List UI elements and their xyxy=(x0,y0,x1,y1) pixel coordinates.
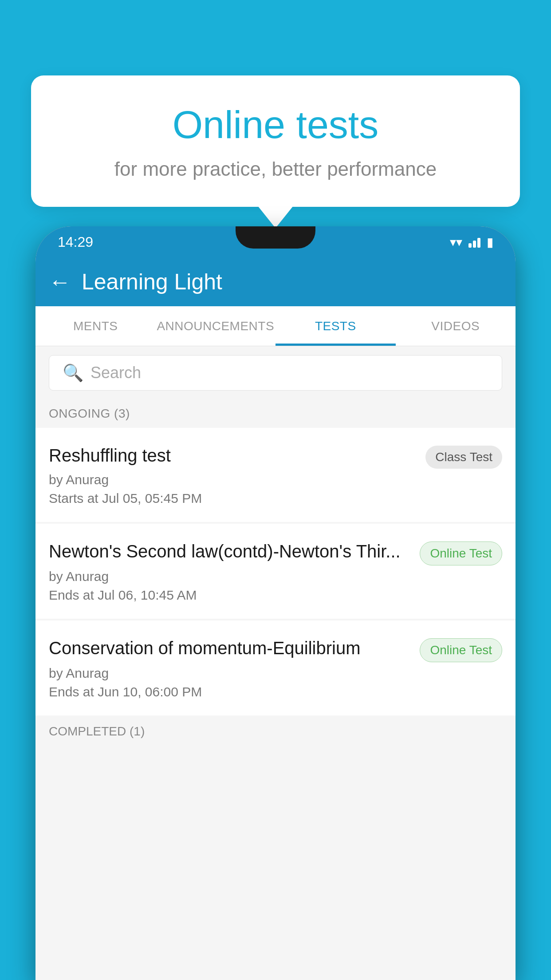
status-time: 14:29 xyxy=(58,234,93,250)
test-card-1-author: by Anurag xyxy=(49,472,502,487)
test-card-3-badge: Online Test xyxy=(420,638,502,662)
status-bar: 14:29 ▾▾ ▮ xyxy=(35,226,516,257)
tab-bar: MENTS ANNOUNCEMENTS TESTS VIDEOS xyxy=(35,306,516,346)
phone-content: ONGOING (3) Reshuffling test Class Test … xyxy=(35,399,516,980)
phone-frame: 14:29 ▾▾ ▮ ← Learning Light MENTS ANNOUN… xyxy=(35,226,516,980)
test-card-1-date: Starts at Jul 05, 05:45 PM xyxy=(49,491,502,506)
tab-ments[interactable]: MENTS xyxy=(35,306,156,346)
phone-inner: 14:29 ▾▾ ▮ ← Learning Light MENTS ANNOUN… xyxy=(35,226,516,980)
bubble-subtitle: for more practice, better performance xyxy=(53,158,498,180)
signal-bars-icon xyxy=(468,236,480,248)
tab-videos[interactable]: VIDEOS xyxy=(396,306,516,346)
content-area: ONGOING (3) Reshuffling test Class Test … xyxy=(35,399,516,980)
test-card-1-header: Reshuffling test Class Test xyxy=(49,444,502,469)
search-bar[interactable]: 🔍 Search xyxy=(49,355,502,391)
app-title: Learning Light xyxy=(82,269,222,295)
search-icon: 🔍 xyxy=(63,363,83,383)
test-card-2-author: by Anurag xyxy=(49,569,502,584)
test-card-3[interactable]: Conservation of momentum-Equilibrium Onl… xyxy=(35,620,516,715)
test-card-3-title: Conservation of momentum-Equilibrium xyxy=(49,636,411,660)
test-card-3-author: by Anurag xyxy=(49,666,502,681)
status-icons: ▾▾ ▮ xyxy=(450,235,493,249)
test-card-1-badge: Class Test xyxy=(425,446,502,469)
notch xyxy=(236,226,315,249)
test-card-3-date: Ends at Jun 10, 06:00 PM xyxy=(49,684,502,699)
section-completed-header: COMPLETED (1) xyxy=(35,717,516,746)
speech-bubble: Online tests for more practice, better p… xyxy=(31,75,520,207)
app-bar: ← Learning Light xyxy=(35,257,516,306)
search-container: 🔍 Search xyxy=(35,346,516,399)
tab-announcements[interactable]: ANNOUNCEMENTS xyxy=(156,306,276,346)
battery-icon: ▮ xyxy=(487,235,493,249)
search-placeholder: Search xyxy=(91,364,141,382)
section-ongoing-header: ONGOING (3) xyxy=(35,399,516,428)
test-card-3-header: Conservation of momentum-Equilibrium Onl… xyxy=(49,636,502,662)
test-card-2-header: Newton's Second law(contd)-Newton's Thir… xyxy=(49,540,502,565)
back-button[interactable]: ← xyxy=(49,269,71,295)
bubble-title: Online tests xyxy=(53,102,498,147)
test-card-2[interactable]: Newton's Second law(contd)-Newton's Thir… xyxy=(35,524,516,619)
test-card-2-badge: Online Test xyxy=(420,541,502,565)
test-card-2-title: Newton's Second law(contd)-Newton's Thir… xyxy=(49,540,411,563)
wifi-icon: ▾▾ xyxy=(450,235,462,249)
test-card-2-date: Ends at Jul 06, 10:45 AM xyxy=(49,588,502,603)
test-card-1-title: Reshuffling test xyxy=(49,444,417,467)
test-card-1[interactable]: Reshuffling test Class Test by Anurag St… xyxy=(35,428,516,522)
tab-tests[interactable]: TESTS xyxy=(276,306,396,346)
